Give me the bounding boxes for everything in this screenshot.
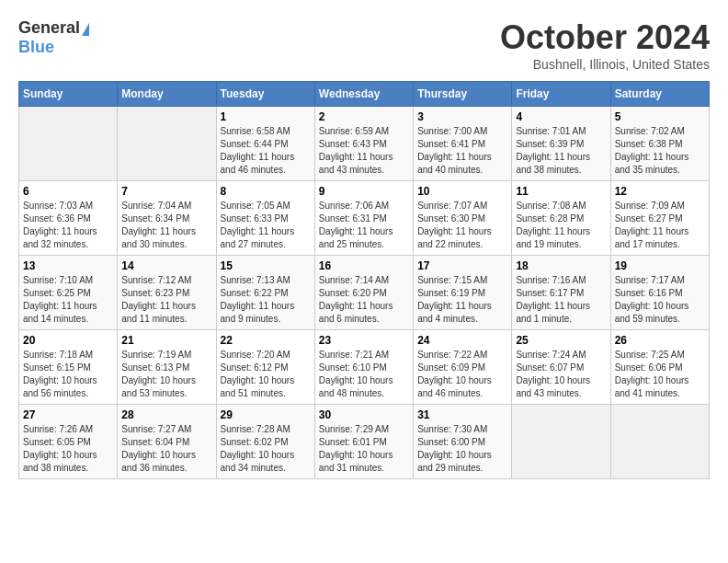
day-number: 25 [516,334,606,347]
calendar-cell: 7Sunrise: 7:04 AMSunset: 6:34 PMDaylight… [118,181,216,256]
weekday-header: Wednesday [314,82,413,107]
logo-general: General [18,18,80,37]
calendar-cell: 1Sunrise: 6:58 AMSunset: 6:44 PMDaylight… [216,107,314,181]
day-info: Sunrise: 7:28 AMSunset: 6:02 PMDaylight:… [221,423,311,475]
day-info: Sunrise: 7:12 AMSunset: 6:23 PMDaylight:… [121,274,211,326]
calendar-cell: 31Sunrise: 7:30 AMSunset: 6:00 PMDayligh… [414,405,512,479]
day-info: Sunrise: 7:19 AMSunset: 6:13 PMDaylight:… [121,349,211,400]
calendar-cell: 17Sunrise: 7:15 AMSunset: 6:19 PMDayligh… [414,256,512,330]
calendar-cell: 12Sunrise: 7:09 AMSunset: 6:27 PMDayligh… [610,181,709,256]
day-number: 19 [615,259,705,272]
page-header: General Blue October 2024 Bushnell, Illi… [18,18,710,72]
day-number: 30 [319,408,409,421]
day-number: 1 [221,110,311,123]
calendar-cell: 2Sunrise: 6:59 AMSunset: 6:43 PMDaylight… [314,107,413,181]
day-number: 26 [615,334,705,347]
calendar-week-row: 6Sunrise: 7:03 AMSunset: 6:36 PMDaylight… [19,181,710,256]
day-info: Sunrise: 7:03 AMSunset: 6:36 PMDaylight:… [23,200,113,251]
day-info: Sunrise: 7:26 AMSunset: 6:05 PMDaylight:… [23,423,113,475]
day-number: 29 [221,408,311,421]
location: Bushnell, Illinois, United States [500,57,710,72]
calendar-cell [610,405,709,479]
day-info: Sunrise: 7:01 AMSunset: 6:39 PMDaylight:… [516,125,606,177]
weekday-header: Tuesday [216,82,314,107]
day-info: Sunrise: 7:14 AMSunset: 6:20 PMDaylight:… [319,274,409,326]
day-info: Sunrise: 7:30 AMSunset: 6:00 PMDaylight:… [417,423,507,475]
day-number: 11 [516,185,606,198]
calendar-week-row: 20Sunrise: 7:18 AMSunset: 6:15 PMDayligh… [19,330,710,405]
day-info: Sunrise: 7:02 AMSunset: 6:38 PMDaylight:… [615,125,705,177]
day-number: 7 [121,185,211,198]
day-info: Sunrise: 7:29 AMSunset: 6:01 PMDaylight:… [319,423,409,475]
day-info: Sunrise: 7:07 AMSunset: 6:30 PMDaylight:… [417,200,507,251]
calendar-cell: 10Sunrise: 7:07 AMSunset: 6:30 PMDayligh… [414,181,512,256]
calendar-header: SundayMondayTuesdayWednesdayThursdayFrid… [19,82,710,107]
day-number: 15 [221,259,311,272]
calendar-cell: 15Sunrise: 7:13 AMSunset: 6:22 PMDayligh… [216,256,314,330]
day-number: 18 [516,259,606,272]
day-number: 9 [319,185,409,198]
calendar-cell: 11Sunrise: 7:08 AMSunset: 6:28 PMDayligh… [512,181,610,256]
logo-blue: Blue [18,38,54,57]
day-info: Sunrise: 7:00 AMSunset: 6:41 PMDaylight:… [417,125,507,177]
day-number: 10 [417,185,507,198]
calendar-week-row: 27Sunrise: 7:26 AMSunset: 6:05 PMDayligh… [19,405,710,479]
title-block: October 2024 Bushnell, Illinois, United … [500,18,710,72]
calendar-cell: 23Sunrise: 7:21 AMSunset: 6:10 PMDayligh… [314,330,413,405]
logo-text: General [18,18,89,38]
day-info: Sunrise: 7:06 AMSunset: 6:31 PMDaylight:… [319,200,409,251]
day-info: Sunrise: 7:09 AMSunset: 6:27 PMDaylight:… [615,200,705,251]
calendar-cell: 19Sunrise: 7:17 AMSunset: 6:16 PMDayligh… [610,256,709,330]
calendar-cell [512,405,610,479]
day-number: 16 [319,259,409,272]
calendar-cell: 27Sunrise: 7:26 AMSunset: 6:05 PMDayligh… [19,405,118,479]
weekday-header: Saturday [610,82,709,107]
day-number: 6 [23,185,113,198]
day-info: Sunrise: 7:13 AMSunset: 6:22 PMDaylight:… [221,274,311,326]
day-info: Sunrise: 7:21 AMSunset: 6:10 PMDaylight:… [319,349,409,400]
day-number: 28 [121,408,211,421]
calendar-cell: 20Sunrise: 7:18 AMSunset: 6:15 PMDayligh… [19,330,118,405]
calendar-body: 1Sunrise: 6:58 AMSunset: 6:44 PMDaylight… [19,107,710,479]
day-number: 5 [615,110,705,123]
day-number: 23 [319,334,409,347]
calendar-cell: 30Sunrise: 7:29 AMSunset: 6:01 PMDayligh… [314,405,413,479]
day-number: 13 [23,259,113,272]
day-number: 21 [121,334,211,347]
calendar-cell [19,107,118,181]
day-info: Sunrise: 6:58 AMSunset: 6:44 PMDaylight:… [221,125,311,177]
calendar-cell: 5Sunrise: 7:02 AMSunset: 6:38 PMDaylight… [610,107,709,181]
day-info: Sunrise: 7:20 AMSunset: 6:12 PMDaylight:… [221,349,311,400]
day-number: 27 [23,408,113,421]
weekday-row: SundayMondayTuesdayWednesdayThursdayFrid… [19,82,710,107]
calendar-cell: 26Sunrise: 7:25 AMSunset: 6:06 PMDayligh… [610,330,709,405]
day-number: 2 [319,110,409,123]
calendar-cell: 8Sunrise: 7:05 AMSunset: 6:33 PMDaylight… [216,181,314,256]
calendar-cell: 29Sunrise: 7:28 AMSunset: 6:02 PMDayligh… [216,405,314,479]
calendar-cell: 18Sunrise: 7:16 AMSunset: 6:17 PMDayligh… [512,256,610,330]
day-info: Sunrise: 7:05 AMSunset: 6:33 PMDaylight:… [221,200,311,251]
weekday-header: Monday [118,82,216,107]
calendar-cell: 4Sunrise: 7:01 AMSunset: 6:39 PMDaylight… [512,107,610,181]
day-number: 24 [417,334,507,347]
day-number: 31 [417,408,507,421]
day-info: Sunrise: 7:22 AMSunset: 6:09 PMDaylight:… [417,349,507,400]
day-info: Sunrise: 7:16 AMSunset: 6:17 PMDaylight:… [516,274,606,326]
day-info: Sunrise: 6:59 AMSunset: 6:43 PMDaylight:… [319,125,409,177]
day-info: Sunrise: 7:27 AMSunset: 6:04 PMDaylight:… [121,423,211,475]
day-number: 17 [417,259,507,272]
calendar-cell: 25Sunrise: 7:24 AMSunset: 6:07 PMDayligh… [512,330,610,405]
calendar-cell [118,107,216,181]
day-number: 8 [221,185,311,198]
day-info: Sunrise: 7:15 AMSunset: 6:19 PMDaylight:… [417,274,507,326]
day-number: 12 [615,185,705,198]
calendar-cell: 22Sunrise: 7:20 AMSunset: 6:12 PMDayligh… [216,330,314,405]
day-info: Sunrise: 7:18 AMSunset: 6:15 PMDaylight:… [23,349,113,400]
calendar-cell: 16Sunrise: 7:14 AMSunset: 6:20 PMDayligh… [314,256,413,330]
logo: General Blue [18,18,89,57]
day-number: 14 [121,259,211,272]
day-info: Sunrise: 7:17 AMSunset: 6:16 PMDaylight:… [615,274,705,326]
calendar-cell: 6Sunrise: 7:03 AMSunset: 6:36 PMDaylight… [19,181,118,256]
day-info: Sunrise: 7:08 AMSunset: 6:28 PMDaylight:… [516,200,606,251]
month-title: October 2024 [500,18,710,57]
